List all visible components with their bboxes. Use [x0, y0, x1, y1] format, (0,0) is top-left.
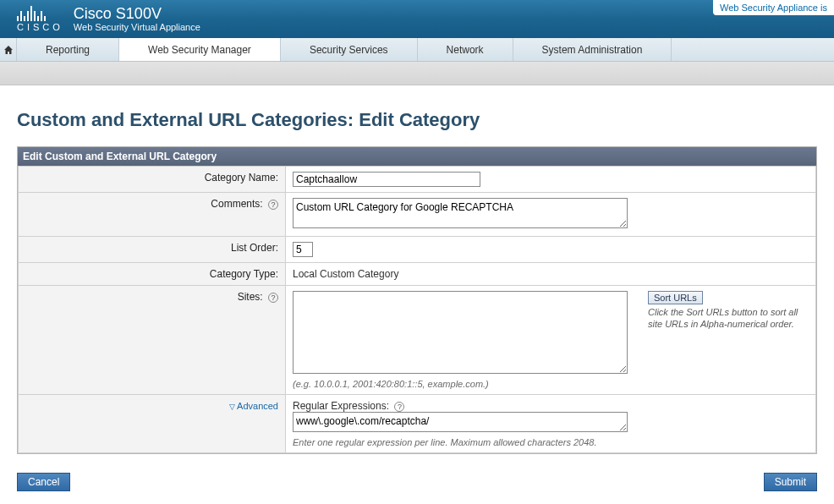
brand-logo-text: CISCO [17, 22, 63, 32]
product-subtitle: Web Security Virtual Appliance [74, 22, 200, 32]
button-row: Cancel Submit [17, 473, 817, 491]
cancel-button[interactable]: Cancel [17, 473, 70, 491]
label-regex: Regular Expressions: [293, 400, 389, 412]
top-banner: CISCO Cisco S100V Web Security Virtual A… [0, 0, 834, 38]
appliance-status-link[interactable]: Web Security Appliance is [713, 0, 834, 15]
sort-panel: Sort URLs Click the Sort URLs button to … [648, 291, 809, 331]
label-list-order: List Order: [19, 237, 286, 263]
help-icon[interactable]: ? [394, 402, 404, 412]
nav-tab-reporting[interactable]: Reporting [17, 38, 119, 61]
regex-hint: Enter one regular expression per line. M… [293, 437, 809, 447]
nav-tab-security-services[interactable]: Security Services [281, 38, 418, 61]
page-title: Custom and External URL Categories: Edit… [17, 109, 817, 131]
nav-tab-web-security-manager[interactable]: Web Security Manager [119, 38, 281, 61]
submit-button[interactable]: Submit [764, 473, 817, 491]
sites-hint: (e.g. 10.0.0.1, 2001:420:80:1::5, exampl… [293, 379, 809, 389]
regex-textarea[interactable] [293, 412, 628, 432]
product-title: Cisco S100V [74, 6, 200, 23]
sub-nav-bar [0, 62, 834, 85]
comments-textarea[interactable] [293, 198, 628, 228]
chevron-down-icon[interactable]: ▽ [229, 403, 235, 411]
sort-urls-hint: Click the Sort URLs button to sort all s… [648, 306, 809, 331]
help-icon[interactable]: ? [268, 200, 278, 210]
label-comments: Comments: [211, 198, 262, 210]
form-table: Category Name: Comments: ? List Order: [18, 166, 816, 453]
home-icon[interactable] [0, 38, 17, 61]
category-type-value: Local Custom Category [286, 263, 816, 286]
content-area: Custom and External URL Categories: Edit… [0, 85, 834, 463]
sort-urls-button[interactable]: Sort URLs [648, 291, 703, 304]
edit-category-panel: Edit Custom and External URL Category Ca… [17, 146, 817, 454]
panel-header: Edit Custom and External URL Category [18, 147, 816, 166]
category-name-input[interactable] [293, 172, 480, 187]
label-category-type: Category Type: [19, 263, 286, 286]
logo-block: CISCO Cisco S100V Web Security Virtual A… [17, 6, 200, 33]
nav-bar: Reporting Web Security Manager Security … [0, 38, 834, 62]
label-category-name: Category Name: [19, 167, 286, 193]
nav-tab-system-administration[interactable]: System Administration [513, 38, 672, 61]
nav-tab-network[interactable]: Network [418, 38, 513, 61]
advanced-toggle[interactable]: Advanced [237, 401, 278, 411]
cisco-bars-icon [17, 6, 63, 21]
list-order-input[interactable] [293, 242, 313, 257]
product-block: Cisco S100V Web Security Virtual Applian… [74, 6, 200, 33]
label-sites: Sites: [238, 291, 263, 303]
help-icon[interactable]: ? [268, 293, 278, 303]
cisco-logo: CISCO [17, 6, 63, 32]
sites-textarea[interactable] [293, 291, 628, 374]
